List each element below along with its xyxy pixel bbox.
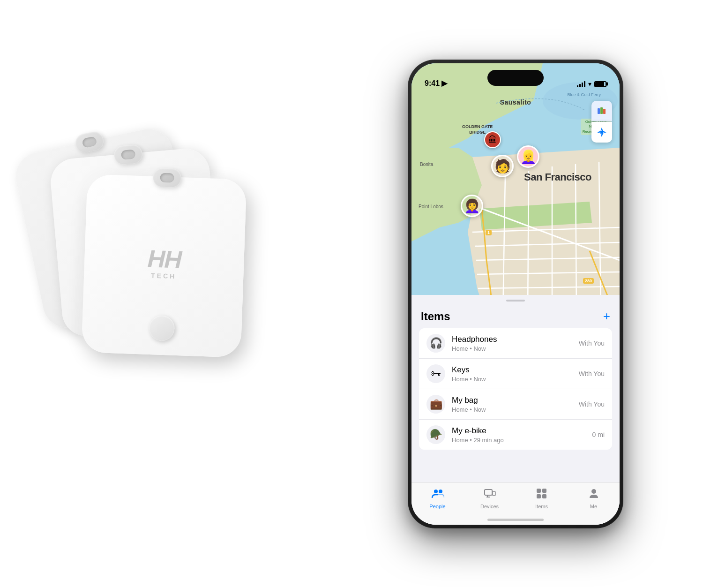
tracker-bottom-button[interactable] — [149, 315, 175, 341]
tracker-top-button-back1 — [113, 144, 143, 165]
status-time: 9:41 ▶ — [425, 79, 447, 88]
item-status-headphones: With You — [579, 339, 605, 347]
tracker-logo: HH TECH — [147, 246, 181, 280]
svg-rect-20 — [485, 490, 492, 495]
item-status-bag: With You — [579, 400, 605, 408]
item-icon-bag: 💼 — [426, 395, 445, 414]
item-row-keys[interactable]: 🗝 Keys Home • Now With You — [419, 359, 612, 389]
battery-icon — [594, 81, 606, 87]
brand-tech: TECH — [147, 271, 180, 280]
item-name-headphones: Headphones — [452, 335, 579, 344]
item-row-bag[interactable]: 💼 My bag Home • Now With You — [419, 389, 612, 420]
item-row-ebike[interactable]: 🪖 My e-bike Home • 29 min ago 0 mi — [419, 420, 612, 450]
svg-rect-25 — [542, 494, 546, 498]
item-row-headphones[interactable]: 🎧 Headphones Home • Now With You — [419, 328, 612, 359]
svg-rect-14 — [598, 108, 600, 114]
svg-rect-21 — [493, 491, 495, 496]
signal-bar-1 — [577, 85, 578, 87]
tab-devices[interactable]: Devices — [464, 488, 516, 509]
items-list: 🎧 Headphones Home • Now With You 🗝 Keys … — [419, 328, 612, 450]
item-location-ebike: Home • 29 min ago — [452, 437, 592, 444]
item-name-bag: My bag — [452, 396, 579, 405]
item-location-headphones: Home • Now — [452, 345, 579, 352]
tab-people[interactable]: People — [411, 488, 464, 509]
svg-rect-24 — [537, 494, 541, 498]
tab-label-people: People — [429, 504, 445, 509]
tab-icon-people — [431, 488, 444, 502]
trackers-container: HH TECH — [28, 130, 300, 458]
tab-icon-me — [588, 488, 599, 502]
item-name-keys: Keys — [452, 365, 579, 375]
tab-items[interactable]: Items — [516, 488, 568, 509]
map-label-bonita: Bonita — [420, 162, 433, 167]
map-label-blue-gold-ferry: Blue & Gold Ferry — [567, 92, 601, 97]
tab-label-devices: Devices — [480, 504, 499, 509]
signal-bar-2 — [579, 84, 581, 87]
item-info-headphones: Headphones Home • Now — [452, 335, 579, 352]
right-section: 9:41 ▶ ▾ — [337, 9, 694, 579]
tracker-top-button-back2 — [74, 130, 105, 154]
svg-rect-23 — [542, 489, 546, 493]
svg-rect-22 — [537, 489, 541, 493]
svg-rect-16 — [603, 109, 606, 114]
items-title: Items — [421, 310, 603, 323]
iphone-device: 9:41 ▶ ▾ — [408, 60, 623, 528]
map-label-sausalito: Sausalito — [500, 98, 531, 106]
home-indicator — [487, 519, 544, 521]
map-pin-avatar-2: 👱‍♀️ — [518, 147, 538, 166]
item-location-bag: Home • Now — [452, 406, 579, 413]
svg-point-18 — [434, 490, 438, 493]
item-info-ebike: My e-bike Home • 29 min ago — [452, 426, 592, 444]
map-buttons — [591, 101, 612, 143]
brand-hh: HH — [147, 246, 181, 271]
signal-bar-4 — [584, 81, 585, 87]
svg-point-26 — [591, 489, 596, 494]
item-icon-keys: 🗝 — [426, 364, 445, 383]
item-location-keys: Home • Now — [452, 376, 579, 383]
item-status-keys: With You — [579, 370, 605, 377]
map-label-point-lobos: Point Lobos — [419, 204, 443, 209]
tab-icon-devices — [484, 488, 496, 502]
map-pin-person-3[interactable]: 👩‍🦱 — [461, 195, 483, 217]
iphone-screen: 9:41 ▶ ▾ — [411, 63, 620, 525]
battery-fill — [595, 82, 604, 86]
tab-label-items: Items — [535, 504, 548, 509]
map-highway-1-label: 1 — [486, 230, 492, 235]
svg-rect-15 — [600, 107, 603, 114]
item-status-ebike: 0 mi — [592, 431, 605, 438]
left-section: HH TECH — [0, 0, 328, 588]
signal-bar-3 — [582, 83, 583, 87]
wifi-icon: ▾ — [588, 80, 591, 88]
map-area[interactable]: Sausalito San Francisco Bonita Point Lob… — [411, 63, 620, 317]
map-pin-person-1[interactable]: 🧑 — [491, 155, 514, 177]
tracker-card-front: HH TECH — [81, 174, 247, 358]
tab-me[interactable]: Me — [568, 488, 620, 509]
map-highway-280-label: 280 — [583, 278, 594, 284]
items-header: Items + — [411, 302, 620, 328]
bottom-panel: Items + 🎧 Headphones Home • Now With You — [411, 295, 620, 525]
map-label-san-francisco: San Francisco — [524, 171, 591, 183]
item-icon-ebike: 🪖 — [426, 425, 445, 444]
item-name-ebike: My e-bike — [452, 426, 592, 436]
signal-bars — [577, 81, 585, 87]
svg-point-19 — [439, 490, 442, 493]
tab-icon-items — [536, 488, 548, 502]
status-icons: ▾ — [577, 80, 606, 88]
item-icon-headphones: 🎧 — [426, 334, 445, 353]
item-info-bag: My bag Home • Now — [452, 396, 579, 413]
tracker-top-button-front — [153, 168, 181, 188]
map-pin-avatar-1: 🧑 — [493, 156, 512, 176]
map-pin-golden-gate: 🏛 — [484, 131, 501, 148]
map-pin-person-2[interactable]: 👱‍♀️ — [517, 145, 539, 168]
dynamic-island — [487, 70, 544, 86]
item-info-keys: Keys Home • Now — [452, 365, 579, 383]
map-location-button[interactable] — [591, 122, 612, 143]
tab-label-me: Me — [590, 504, 597, 509]
add-item-button[interactable]: + — [603, 309, 610, 324]
map-pin-avatar-3: 👩‍🦱 — [462, 196, 482, 216]
map-view-button[interactable] — [591, 101, 612, 121]
